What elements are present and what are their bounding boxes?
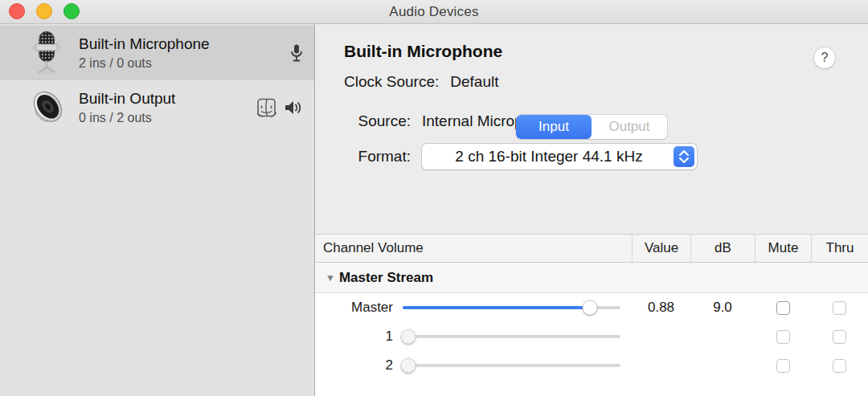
title-bar[interactable]: Audio Devices [0,0,868,24]
table-row-channel-2: 2 [315,351,868,380]
slider-thumb[interactable] [583,300,598,316]
mute-checkbox[interactable] [776,330,790,344]
format-dropdown[interactable]: 2 ch 16-bit Integer 44.1 kHz [422,144,697,169]
device-name: Built-in Output [79,88,256,109]
slider-thumb[interactable] [400,329,416,345]
thru-header: Thru [811,235,868,262]
device-detail-pane: Built-in Microphone ? Clock Source:Defau… [315,24,868,396]
tab-input[interactable]: Input [516,115,592,139]
format-value: 2 ch 16-bit Integer 44.1 kHz [422,148,697,165]
thru-checkbox[interactable] [833,301,846,315]
help-button[interactable]: ? [813,47,836,69]
thru-checkbox[interactable] [833,359,846,373]
value-header: Value [632,235,690,262]
selected-device-title: Built-in Microphone [344,42,847,61]
device-settings-section: Built-in Microphone ? Clock Source:Defau… [315,24,868,234]
clock-source-row: Clock Source:Default [344,73,847,91]
table-row-channel-1: 1 [315,322,868,351]
mute-checkbox[interactable] [776,359,790,373]
mute-header: Mute [755,235,811,262]
source-label: Source: [344,112,411,130]
input-output-segmented-control: Input Output [516,115,667,139]
device-channels: 2 ins / 0 outs [79,55,290,72]
table-row-master: Master 0.88 9.0 [315,293,868,322]
format-label: Format: [344,148,411,165]
default-input-mic-icon [290,43,303,63]
disclosure-triangle-icon[interactable]: ▼ [326,272,335,284]
default-output-speaker-icon [284,99,303,116]
device-list-sidebar: Built-in Microphone 2 ins / 0 outs [0,24,315,396]
format-row: Format: 2 ch 16-bit Integer 44.1 kHz [344,144,847,169]
db-header: dB [690,235,755,262]
window-title: Audio Devices [0,0,868,24]
mute-checkbox[interactable] [776,301,790,315]
channel-2-volume-slider[interactable] [403,364,620,367]
row-label: 1 [315,329,393,345]
audio-devices-window: Audio Devices [0,0,868,396]
table-header: Channel Volume Value dB Mute Thru [315,235,868,263]
clock-source-label: Clock Source: [344,73,439,90]
row-label: Master [315,300,393,316]
row-label: 2 [315,357,393,374]
db-cell: 9.0 [690,300,755,316]
channel-1-volume-slider[interactable] [403,335,620,338]
master-stream-group-row[interactable]: ▼ Master Stream [315,263,868,293]
value-cell: 0.88 [632,300,690,316]
tab-output[interactable]: Output [592,115,667,139]
clock-source-value: Default [450,73,498,90]
channel-volume-header: Channel Volume [315,240,632,256]
master-volume-slider[interactable] [403,306,620,309]
speaker-device-icon [24,86,69,129]
stepper-arrows-icon [674,146,694,167]
help-label: ? [821,51,829,65]
device-row-built-in-output[interactable]: Built-in Output 0 ins / 2 outs [0,80,314,135]
device-name: Built-in Microphone [79,34,290,55]
microphone-device-icon [24,31,69,76]
thru-checkbox[interactable] [833,330,846,344]
system-sound-finder-icon [256,97,277,118]
device-channels: 0 ins / 2 outs [79,109,256,127]
channel-volume-table: Channel Volume Value dB Mute Thru ▼ Mast… [315,234,868,396]
device-row-built-in-microphone[interactable]: Built-in Microphone 2 ins / 0 outs [0,26,314,80]
slider-thumb[interactable] [400,358,416,374]
group-label: Master Stream [339,270,433,286]
